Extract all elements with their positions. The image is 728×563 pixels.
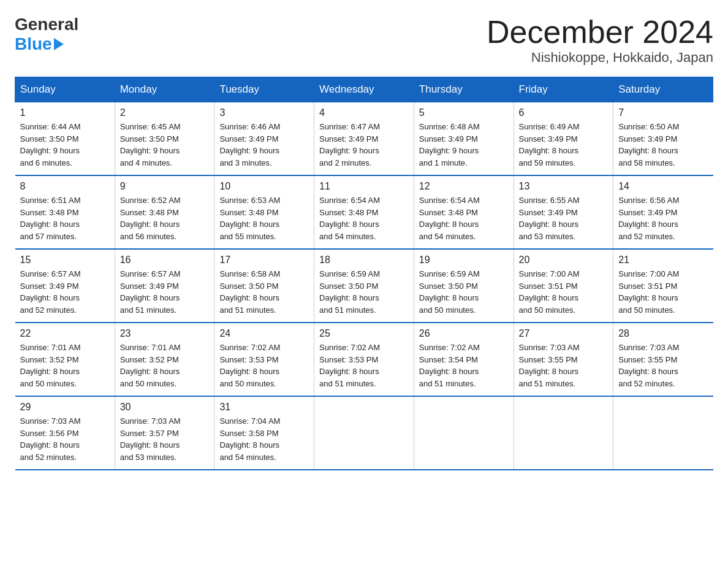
logo: General Blue bbox=[15, 15, 78, 54]
day-number: 8 bbox=[20, 181, 110, 192]
day-number: 31 bbox=[219, 402, 309, 413]
day-number: 2 bbox=[120, 107, 210, 118]
calendar-cell: 23 Sunrise: 7:01 AMSunset: 3:52 PMDaylig… bbox=[115, 323, 214, 396]
calendar-cell bbox=[613, 396, 713, 470]
day-number: 13 bbox=[519, 181, 609, 192]
day-info: Sunrise: 7:00 AMSunset: 3:51 PMDaylight:… bbox=[519, 268, 609, 316]
day-info: Sunrise: 6:55 AMSunset: 3:49 PMDaylight:… bbox=[519, 194, 609, 242]
calendar-cell: 27 Sunrise: 7:03 AMSunset: 3:55 PMDaylig… bbox=[514, 323, 613, 396]
calendar-cell: 30 Sunrise: 7:03 AMSunset: 3:57 PMDaylig… bbox=[115, 396, 214, 470]
day-number: 10 bbox=[219, 181, 309, 192]
day-number: 6 bbox=[519, 107, 609, 118]
calendar-cell: 5 Sunrise: 6:48 AMSunset: 3:49 PMDayligh… bbox=[414, 102, 514, 176]
logo-general-text: General bbox=[15, 15, 78, 34]
day-info: Sunrise: 7:03 AMSunset: 3:57 PMDaylight:… bbox=[120, 415, 210, 463]
calendar-week-row: 29 Sunrise: 7:03 AMSunset: 3:56 PMDaylig… bbox=[15, 396, 713, 470]
day-number: 16 bbox=[120, 255, 210, 266]
calendar-cell: 2 Sunrise: 6:45 AMSunset: 3:50 PMDayligh… bbox=[115, 102, 214, 176]
calendar-week-row: 8 Sunrise: 6:51 AMSunset: 3:48 PMDayligh… bbox=[15, 175, 713, 249]
day-number: 28 bbox=[618, 328, 708, 339]
calendar-cell: 10 Sunrise: 6:53 AMSunset: 3:48 PMDaylig… bbox=[214, 175, 314, 249]
calendar-cell: 9 Sunrise: 6:52 AMSunset: 3:48 PMDayligh… bbox=[115, 175, 214, 249]
calendar-table: SundayMondayTuesdayWednesdayThursdayFrid… bbox=[15, 77, 713, 470]
calendar-cell: 1 Sunrise: 6:44 AMSunset: 3:50 PMDayligh… bbox=[15, 102, 115, 176]
day-number: 11 bbox=[319, 181, 409, 192]
calendar-cell: 29 Sunrise: 7:03 AMSunset: 3:56 PMDaylig… bbox=[15, 396, 115, 470]
calendar-cell: 13 Sunrise: 6:55 AMSunset: 3:49 PMDaylig… bbox=[514, 175, 613, 249]
calendar-week-row: 1 Sunrise: 6:44 AMSunset: 3:50 PMDayligh… bbox=[15, 102, 713, 176]
logo-blue-row: Blue bbox=[15, 34, 64, 54]
logo-arrow-icon bbox=[54, 38, 64, 50]
day-number: 19 bbox=[419, 255, 509, 266]
calendar-cell: 18 Sunrise: 6:59 AMSunset: 3:50 PMDaylig… bbox=[314, 249, 414, 323]
day-info: Sunrise: 6:52 AMSunset: 3:48 PMDaylight:… bbox=[120, 194, 210, 242]
day-info: Sunrise: 7:03 AMSunset: 3:56 PMDaylight:… bbox=[20, 415, 110, 463]
day-info: Sunrise: 6:50 AMSunset: 3:49 PMDaylight:… bbox=[618, 121, 708, 169]
calendar-cell: 22 Sunrise: 7:01 AMSunset: 3:52 PMDaylig… bbox=[15, 323, 115, 396]
calendar-cell: 31 Sunrise: 7:04 AMSunset: 3:58 PMDaylig… bbox=[214, 396, 314, 470]
day-number: 3 bbox=[219, 107, 309, 118]
page-header: General Blue December 2024 Nishiokoppe, … bbox=[15, 15, 713, 66]
calendar-cell: 15 Sunrise: 6:57 AMSunset: 3:49 PMDaylig… bbox=[15, 249, 115, 323]
day-number: 1 bbox=[20, 107, 110, 118]
calendar-cell: 8 Sunrise: 6:51 AMSunset: 3:48 PMDayligh… bbox=[15, 175, 115, 249]
day-number: 20 bbox=[519, 255, 609, 266]
calendar-cell: 25 Sunrise: 7:02 AMSunset: 3:53 PMDaylig… bbox=[314, 323, 414, 396]
day-info: Sunrise: 6:59 AMSunset: 3:50 PMDaylight:… bbox=[419, 268, 509, 316]
calendar-title: December 2024 bbox=[487, 15, 713, 50]
day-info: Sunrise: 6:54 AMSunset: 3:48 PMDaylight:… bbox=[419, 194, 509, 242]
day-number: 24 bbox=[219, 328, 309, 339]
title-block: December 2024 Nishiokoppe, Hokkaido, Jap… bbox=[487, 15, 713, 66]
calendar-cell: 21 Sunrise: 7:00 AMSunset: 3:51 PMDaylig… bbox=[613, 249, 713, 323]
day-info: Sunrise: 6:58 AMSunset: 3:50 PMDaylight:… bbox=[219, 268, 309, 316]
calendar-cell: 6 Sunrise: 6:49 AMSunset: 3:49 PMDayligh… bbox=[514, 102, 613, 176]
day-number: 18 bbox=[319, 255, 409, 266]
day-info: Sunrise: 7:01 AMSunset: 3:52 PMDaylight:… bbox=[20, 342, 110, 389]
day-number: 26 bbox=[419, 328, 509, 339]
calendar-cell: 19 Sunrise: 6:59 AMSunset: 3:50 PMDaylig… bbox=[414, 249, 514, 323]
calendar-cell: 14 Sunrise: 6:56 AMSunset: 3:49 PMDaylig… bbox=[613, 175, 713, 249]
day-info: Sunrise: 6:48 AMSunset: 3:49 PMDaylight:… bbox=[419, 121, 509, 169]
day-number: 12 bbox=[419, 181, 509, 192]
day-info: Sunrise: 6:47 AMSunset: 3:49 PMDaylight:… bbox=[319, 121, 409, 169]
calendar-cell bbox=[414, 396, 514, 470]
weekday-header-thursday: Thursday bbox=[414, 77, 514, 102]
day-info: Sunrise: 7:03 AMSunset: 3:55 PMDaylight:… bbox=[618, 342, 708, 389]
calendar-week-row: 22 Sunrise: 7:01 AMSunset: 3:52 PMDaylig… bbox=[15, 323, 713, 396]
weekday-header-wednesday: Wednesday bbox=[314, 77, 414, 102]
day-info: Sunrise: 6:53 AMSunset: 3:48 PMDaylight:… bbox=[219, 194, 309, 242]
day-number: 15 bbox=[20, 255, 110, 266]
weekday-header-tuesday: Tuesday bbox=[214, 77, 314, 102]
calendar-cell: 3 Sunrise: 6:46 AMSunset: 3:49 PMDayligh… bbox=[214, 102, 314, 176]
weekday-header-saturday: Saturday bbox=[613, 77, 713, 102]
day-number: 17 bbox=[219, 255, 309, 266]
calendar-cell bbox=[314, 396, 414, 470]
day-info: Sunrise: 6:57 AMSunset: 3:49 PMDaylight:… bbox=[120, 268, 210, 316]
day-info: Sunrise: 6:49 AMSunset: 3:49 PMDaylight:… bbox=[519, 121, 609, 169]
day-number: 25 bbox=[319, 328, 409, 339]
day-info: Sunrise: 7:01 AMSunset: 3:52 PMDaylight:… bbox=[120, 342, 210, 389]
calendar-week-row: 15 Sunrise: 6:57 AMSunset: 3:49 PMDaylig… bbox=[15, 249, 713, 323]
day-info: Sunrise: 6:44 AMSunset: 3:50 PMDaylight:… bbox=[20, 121, 110, 169]
calendar-cell: 26 Sunrise: 7:02 AMSunset: 3:54 PMDaylig… bbox=[414, 323, 514, 396]
day-info: Sunrise: 7:04 AMSunset: 3:58 PMDaylight:… bbox=[219, 415, 309, 463]
day-info: Sunrise: 6:54 AMSunset: 3:48 PMDaylight:… bbox=[319, 194, 409, 242]
day-number: 14 bbox=[618, 181, 708, 192]
day-number: 22 bbox=[20, 328, 110, 339]
day-info: Sunrise: 7:02 AMSunset: 3:54 PMDaylight:… bbox=[419, 342, 509, 389]
day-info: Sunrise: 6:56 AMSunset: 3:49 PMDaylight:… bbox=[618, 194, 708, 242]
calendar-cell: 28 Sunrise: 7:03 AMSunset: 3:55 PMDaylig… bbox=[613, 323, 713, 396]
day-number: 27 bbox=[519, 328, 609, 339]
day-info: Sunrise: 7:02 AMSunset: 3:53 PMDaylight:… bbox=[319, 342, 409, 389]
day-info: Sunrise: 6:59 AMSunset: 3:50 PMDaylight:… bbox=[319, 268, 409, 316]
day-info: Sunrise: 7:02 AMSunset: 3:53 PMDaylight:… bbox=[219, 342, 309, 389]
calendar-cell: 24 Sunrise: 7:02 AMSunset: 3:53 PMDaylig… bbox=[214, 323, 314, 396]
calendar-cell: 7 Sunrise: 6:50 AMSunset: 3:49 PMDayligh… bbox=[613, 102, 713, 176]
day-info: Sunrise: 6:51 AMSunset: 3:48 PMDaylight:… bbox=[20, 194, 110, 242]
weekday-header-monday: Monday bbox=[115, 77, 214, 102]
calendar-cell bbox=[514, 396, 613, 470]
calendar-cell: 4 Sunrise: 6:47 AMSunset: 3:49 PMDayligh… bbox=[314, 102, 414, 176]
weekday-header-row: SundayMondayTuesdayWednesdayThursdayFrid… bbox=[15, 77, 713, 102]
day-info: Sunrise: 7:03 AMSunset: 3:55 PMDaylight:… bbox=[519, 342, 609, 389]
calendar-subtitle: Nishiokoppe, Hokkaido, Japan bbox=[487, 50, 713, 66]
